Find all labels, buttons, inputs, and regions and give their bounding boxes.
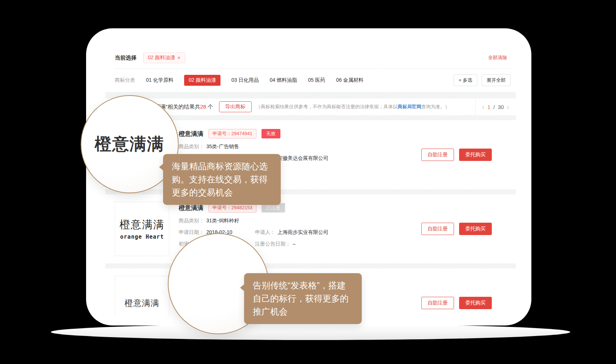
trademark-image-3[interactable]: 橙意满满: [115, 276, 169, 315]
field-label: 申请日期：: [179, 229, 204, 235]
expand-all-button[interactable]: 展开全部: [482, 74, 511, 86]
status-badge-invalid: 无效: [262, 129, 280, 138]
entrust-buy-button[interactable]: 委托购买: [459, 297, 492, 309]
field-value: 安徽美达会展有限公司: [277, 155, 328, 161]
row-actions: 自助注册 委托购买: [421, 149, 492, 161]
trademark-image-subtext: orange Heart: [120, 234, 164, 240]
field-label: 商品类别：: [179, 218, 204, 223]
laptop-base: [51, 324, 570, 340]
page-separator: /: [493, 104, 495, 110]
current-page: 1: [487, 104, 490, 110]
trademark-image-text: 橙意满满: [125, 298, 159, 309]
category-row: 商标分类 01 化学原料 02 颜料油漆 03 日化用品 04 燃料油脂 05 …: [115, 74, 511, 86]
category-label: 商标分类: [115, 77, 135, 84]
disclaimer-text: （商标检索结果仅供参考，不作为商标能否注册的法律依据；具体以商标局官网查询为准。…: [256, 104, 450, 110]
category-item-06[interactable]: 06 金属材料: [336, 77, 363, 84]
tooltip-arrow-icon: [159, 163, 163, 171]
application-number: 29482153: [231, 205, 252, 210]
row-actions: 自助注册 委托购买: [421, 297, 492, 309]
selected-filter-chip[interactable]: 02 颜料油漆 ×: [143, 52, 185, 63]
stage: 当前选择 02 颜料油漆 × 全部清除 商标分类 01 化学原料 02 颜料油漆…: [0, 0, 616, 364]
disclaimer-suffix: 查询为准。）: [421, 104, 450, 109]
next-page-icon[interactable]: ›: [507, 103, 509, 110]
row-actions: 自助注册 委托购买: [421, 223, 492, 235]
tooltip-arrow-icon: [240, 284, 244, 291]
results-count: 28: [200, 104, 206, 110]
close-icon[interactable]: ×: [177, 55, 180, 61]
tooltip-text: 海量精品商标资源随心选购。支持在线交易，获得更多的交易机会: [172, 161, 268, 197]
field-value: 31类-饲料种籽: [206, 218, 239, 223]
trademark-name[interactable]: 橙意满满: [179, 130, 203, 138]
application-number-label: 申请号：: [212, 131, 231, 136]
tooltip-text: 告别传统“发表格”，搭建自己的标行，获得更多的推广机会: [253, 280, 349, 316]
field-value: –: [293, 241, 296, 247]
application-number: 29474941: [231, 131, 252, 136]
category-item-05[interactable]: 05 医药: [308, 77, 325, 84]
magnified-trademark-text: 橙意满满: [95, 133, 165, 155]
trademark-image-2[interactable]: 橙意满满 orange Heart: [115, 202, 169, 256]
prev-page-icon[interactable]: ‹: [482, 103, 485, 110]
category-item-02-selected[interactable]: 02 颜料油漆: [184, 75, 220, 86]
filter-panel: 当前选择 02 颜料油漆 × 全部清除 商标分类 01 化学原料 02 颜料油漆…: [105, 46, 516, 92]
clear-all-button[interactable]: 全部清除: [488, 54, 507, 61]
field-label: 注册公告日期：: [255, 241, 291, 247]
entrust-buy-button[interactable]: 委托购买: [459, 149, 492, 161]
tooltip-promotion: 告别传统“发表格”，搭建自己的标行，获得更多的推广机会: [244, 273, 362, 324]
total-pages: 30: [498, 104, 504, 110]
self-register-button[interactable]: 自助注册: [421, 149, 454, 161]
chip-label: 02 颜料油漆: [148, 54, 175, 61]
entrust-buy-button[interactable]: 委托购买: [459, 223, 492, 235]
field-value: 35类-广告销售: [206, 143, 239, 149]
multi-select-button[interactable]: + 多选: [454, 74, 477, 86]
field-label: 申请人：: [255, 229, 275, 235]
category-item-01[interactable]: 01 化学原料: [146, 77, 173, 84]
application-number-chip: 申请号：29474941: [208, 129, 256, 138]
category-item-03[interactable]: 03 日化用品: [231, 77, 259, 84]
trademark-image-text: 橙意满满: [119, 218, 165, 232]
trademark-office-link[interactable]: 商标局官网: [398, 104, 421, 109]
self-register-button[interactable]: 自助注册: [421, 223, 454, 235]
divider: [115, 68, 511, 69]
self-register-button[interactable]: 自助注册: [421, 297, 454, 309]
field-value: 上海雨步实业有限公司: [277, 229, 328, 235]
current-selection-row: 当前选择 02 颜料油漆 × 全部清除: [115, 52, 511, 63]
results-count-unit: 个: [206, 104, 213, 110]
export-trademark-button[interactable]: 导出商标: [219, 101, 252, 112]
current-selection-label: 当前选择: [115, 54, 137, 61]
disclaimer-prefix: （商标检索结果仅供参考，不作为商标能否注册的法律依据；具体以: [256, 104, 398, 109]
pagination: ‹ 1 / 30 ›: [475, 98, 516, 115]
category-item-04[interactable]: 04 燃料油脂: [270, 77, 297, 84]
application-number-label: 申请号：: [212, 205, 231, 210]
field-label: 商品类别：: [179, 143, 204, 149]
tooltip-marketplace: 海量精品商标资源随心选购。支持在线交易，获得更多的交易机会: [163, 154, 281, 205]
